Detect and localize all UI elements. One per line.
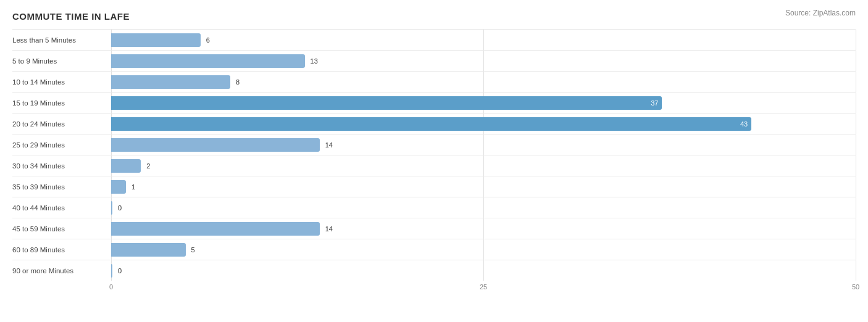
bar-label: 25 to 29 Minutes [12, 141, 111, 149]
grid-line [856, 239, 856, 260]
bar-label: 60 to 89 Minutes [12, 246, 111, 254]
grid-line [483, 51, 484, 71]
bar-fill [111, 75, 230, 89]
grid-line [856, 260, 856, 281]
bar-label: 5 to 9 Minutes [12, 57, 111, 65]
bar-track: 0 [111, 260, 856, 281]
grid-line [483, 176, 484, 197]
bar-row: 35 to 39 Minutes1 [12, 176, 856, 197]
bar-label: 20 to 24 Minutes [12, 120, 111, 128]
bar-value: 6 [206, 36, 210, 44]
x-tick-label: 50 [852, 283, 859, 291]
bar-track: 6 [111, 30, 856, 50]
bar-value: 5 [191, 246, 195, 254]
bar-track: 0 [111, 197, 856, 218]
grid-line [483, 134, 484, 155]
bar-value: 1 [131, 183, 135, 191]
grid-line [856, 176, 856, 197]
bar-row: 20 to 24 Minutes43 [12, 113, 856, 134]
bar-track: 1 [111, 176, 856, 197]
bar-row: 15 to 19 Minutes37 [12, 92, 856, 113]
bar-track: 14 [111, 134, 856, 155]
grid-line [856, 134, 856, 155]
bar-fill [111, 222, 320, 236]
grid-line [483, 155, 484, 176]
bar-row: 40 to 44 Minutes0 [12, 197, 856, 218]
bar-track: 2 [111, 155, 856, 176]
bar-label: 35 to 39 Minutes [12, 183, 111, 191]
bar-label: 90 or more Minutes [12, 267, 111, 275]
bar-track: 8 [111, 72, 856, 92]
grid-line [483, 30, 484, 50]
bar-track: 14 [111, 218, 856, 239]
bar-track: 13 [111, 51, 856, 71]
bar-fill [111, 243, 186, 257]
chart-area: Less than 5 Minutes65 to 9 Minutes1310 t… [12, 29, 856, 295]
bar-track: 37 [111, 93, 856, 113]
grid-line [483, 260, 484, 281]
bar-fill [111, 180, 126, 194]
grid-line [856, 218, 856, 239]
bar-fill: 43 [111, 117, 751, 131]
bar-value: 0 [118, 204, 122, 212]
bar-fill: 37 [111, 96, 662, 110]
bar-row: 30 to 34 Minutes2 [12, 155, 856, 176]
bar-value: 0 [118, 267, 122, 275]
bar-fill [111, 159, 141, 173]
grid-line [856, 197, 856, 218]
bar-value: 43 [740, 120, 748, 128]
grid-line [856, 155, 856, 176]
bar-row: 90 or more Minutes0 [12, 260, 856, 281]
grid-line [856, 51, 856, 71]
grid-line [856, 30, 856, 50]
bar-label: 10 to 14 Minutes [12, 78, 111, 86]
bar-value: 14 [325, 225, 333, 233]
bar-label: 15 to 19 Minutes [12, 99, 111, 107]
bar-value: 37 [651, 99, 658, 107]
bar-label: 45 to 59 Minutes [12, 225, 111, 233]
bar-label: Less than 5 Minutes [12, 36, 111, 44]
grid-line [856, 72, 856, 92]
bar-fill [111, 54, 305, 68]
bar-row: 25 to 29 Minutes14 [12, 134, 856, 155]
bar-row: 5 to 9 Minutes13 [12, 50, 856, 71]
bar-row: 45 to 59 Minutes14 [12, 218, 856, 239]
bar-fill [111, 138, 320, 152]
bar-row: 10 to 14 Minutes8 [12, 71, 856, 92]
x-axis: 02550 [111, 283, 856, 295]
bar-row: Less than 5 Minutes6 [12, 29, 856, 50]
page-container: COMMUTE TIME IN LAFE Source: ZipAtlas.co… [0, 0, 868, 322]
bar-label: 30 to 34 Minutes [12, 162, 111, 170]
bar-value: 8 [236, 78, 240, 86]
bar-label: 40 to 44 Minutes [12, 204, 111, 212]
grid-line [483, 218, 484, 239]
bar-row: 60 to 89 Minutes5 [12, 239, 856, 260]
bar-track: 5 [111, 239, 856, 260]
grid-line [483, 239, 484, 260]
bar-track: 43 [111, 114, 856, 134]
grid-line [483, 72, 484, 92]
bar-fill [111, 33, 201, 47]
source-label: Source: ZipAtlas.com [785, 9, 856, 17]
bar-value: 13 [311, 57, 318, 65]
grid-line [856, 114, 856, 134]
grid-line [483, 197, 484, 218]
x-tick-label: 0 [109, 283, 113, 291]
bar-fill [111, 264, 112, 278]
x-tick-label: 25 [480, 283, 487, 291]
grid-line [856, 93, 856, 113]
bar-value: 14 [325, 141, 333, 149]
bar-value: 2 [146, 162, 150, 170]
bar-fill [111, 201, 112, 215]
page-title: COMMUTE TIME IN LAFE [12, 11, 856, 22]
